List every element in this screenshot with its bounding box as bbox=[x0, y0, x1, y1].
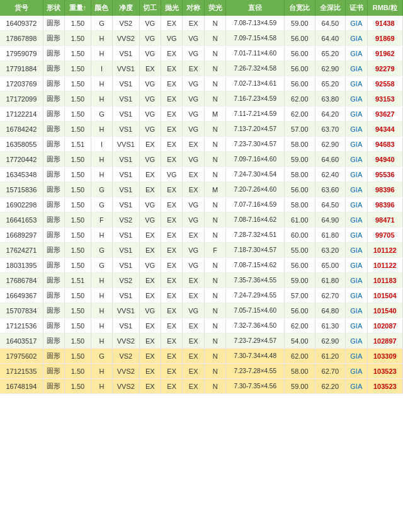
cell-polish: EX bbox=[161, 228, 182, 243]
col-diameter: 直径 bbox=[226, 0, 285, 16]
cell-shape: 圆形 bbox=[43, 258, 64, 273]
cell-cert: GIA bbox=[346, 258, 367, 273]
cell-shape: 圆形 bbox=[43, 379, 64, 394]
cell-shape: 圆形 bbox=[43, 303, 64, 318]
cell-polish: EX bbox=[161, 243, 182, 258]
cell-table: 56.00 bbox=[285, 76, 315, 91]
cell-shape: 圆形 bbox=[43, 16, 64, 31]
cell-cut: VG bbox=[139, 76, 161, 91]
cell-diameter: 7.20-7.26×4.60 bbox=[226, 182, 285, 197]
cell-table: 58.00 bbox=[285, 167, 315, 182]
cell-polish: VG bbox=[161, 31, 182, 46]
table-row: 16641653圆形1.50FVS2VGEXVGN7.08-7.16×4.626… bbox=[0, 212, 403, 228]
cell-polish: EX bbox=[161, 303, 182, 318]
cell-id: 16345348 bbox=[0, 167, 43, 182]
col-clarity: 净度 bbox=[113, 0, 139, 16]
cell-polish: EX bbox=[161, 212, 182, 228]
cell-shape: 圆形 bbox=[43, 91, 64, 107]
cell-clarity: VS1 bbox=[113, 318, 139, 333]
cell-weight: 1.51 bbox=[65, 273, 91, 288]
cell-fluor: N bbox=[204, 197, 225, 212]
cell-fluor: N bbox=[204, 303, 225, 318]
cell-fluor: N bbox=[204, 364, 225, 379]
cell-sym: EX bbox=[183, 333, 204, 349]
cell-price: 91962 bbox=[367, 46, 402, 61]
col-table: 台宽比 bbox=[285, 0, 315, 16]
cell-price: 98396 bbox=[367, 197, 402, 212]
cell-shape: 圆形 bbox=[43, 212, 64, 228]
cell-table: 61.00 bbox=[285, 212, 315, 228]
cell-polish: EX bbox=[161, 333, 182, 349]
col-depth: 全深比 bbox=[315, 0, 346, 16]
cell-fluor: N bbox=[204, 349, 225, 364]
cell-shape: 圆形 bbox=[43, 61, 64, 76]
table-row: 16403517圆形1.50HVVS2EXEXEXN7.23-7.29×4.57… bbox=[0, 333, 403, 349]
cell-price: 103309 bbox=[367, 349, 402, 364]
table-row: 16784242圆形1.50HVS1VGEXVGN7.13-7.20×4.575… bbox=[0, 122, 403, 137]
cell-color: G bbox=[91, 349, 112, 364]
col-weight: 重量↑ bbox=[65, 0, 91, 16]
cell-depth: 61.80 bbox=[315, 228, 346, 243]
cell-weight: 1.51 bbox=[65, 137, 91, 152]
cell-color: H bbox=[91, 379, 112, 394]
cell-depth: 62.70 bbox=[315, 364, 346, 379]
cell-clarity: VVS1 bbox=[113, 303, 139, 318]
cell-table: 56.00 bbox=[285, 31, 315, 46]
cell-id: 16649367 bbox=[0, 288, 43, 303]
cell-weight: 1.50 bbox=[65, 288, 91, 303]
cell-sym: VG bbox=[183, 243, 204, 258]
cell-price: 95536 bbox=[367, 167, 402, 182]
table-row: 16345348圆形1.50HVS1EXVGEXN7.24-7.30×4.545… bbox=[0, 167, 403, 182]
cell-depth: 63.60 bbox=[315, 182, 346, 197]
cell-clarity: VS1 bbox=[113, 197, 139, 212]
cell-id: 16689297 bbox=[0, 228, 43, 243]
cell-diameter: 7.08-7.16×4.62 bbox=[226, 212, 285, 228]
cell-cut: EX bbox=[139, 137, 161, 152]
cell-cut: VG bbox=[139, 197, 161, 212]
cell-clarity: VS1 bbox=[113, 182, 139, 197]
cell-color: H bbox=[91, 303, 112, 318]
cell-table: 59.00 bbox=[285, 16, 315, 31]
table-row: 17720442圆形1.50HVS1VGEXVGN7.09-7.16×4.605… bbox=[0, 152, 403, 167]
cell-color: I bbox=[91, 137, 112, 152]
cell-price: 103523 bbox=[367, 379, 402, 394]
cell-id: 15715836 bbox=[0, 182, 43, 197]
cell-depth: 61.30 bbox=[315, 318, 346, 333]
table-row: 17624271圆形1.50GVS1EXEXVGF7.18-7.30×4.575… bbox=[0, 243, 403, 258]
cell-id: 17172099 bbox=[0, 91, 43, 107]
cell-color: G bbox=[91, 258, 112, 273]
cell-price: 102087 bbox=[367, 318, 402, 333]
cell-depth: 63.20 bbox=[315, 243, 346, 258]
cell-price: 92558 bbox=[367, 76, 402, 91]
cell-weight: 1.50 bbox=[65, 46, 91, 61]
cell-cut: VG bbox=[139, 16, 161, 31]
cell-price: 94344 bbox=[367, 122, 402, 137]
cell-weight: 1.50 bbox=[65, 258, 91, 273]
cell-clarity: VS1 bbox=[113, 167, 139, 182]
cell-table: 54.00 bbox=[285, 333, 315, 349]
col-color: 颜色 bbox=[91, 0, 112, 16]
cell-polish: EX bbox=[161, 273, 182, 288]
cell-weight: 1.50 bbox=[65, 349, 91, 364]
cell-fluor: N bbox=[204, 61, 225, 76]
cell-cut: EX bbox=[139, 318, 161, 333]
col-price: RMB/粒 bbox=[367, 0, 402, 16]
cell-id: 17686784 bbox=[0, 273, 43, 288]
cell-weight: 1.50 bbox=[65, 182, 91, 197]
cell-id: 17121536 bbox=[0, 318, 43, 333]
cell-depth: 61.20 bbox=[315, 349, 346, 364]
cell-diameter: 7.09-7.15×4.58 bbox=[226, 31, 285, 46]
cell-weight: 1.50 bbox=[65, 16, 91, 31]
cell-polish: EX bbox=[161, 152, 182, 167]
cell-color: G bbox=[91, 107, 112, 122]
cell-cut: VG bbox=[139, 122, 161, 137]
cell-sym: EX bbox=[183, 379, 204, 394]
diamond-table: 货号 形状 重量↑ 颜色 净度 切工 抛光 对称 荧光 直径 台宽比 全深比 证… bbox=[0, 0, 403, 394]
cell-cert: GIA bbox=[346, 76, 367, 91]
cell-diameter: 7.01-7.11×4.60 bbox=[226, 46, 285, 61]
cell-price: 101122 bbox=[367, 243, 402, 258]
col-cert: 证书 bbox=[346, 0, 367, 16]
cell-fluor: N bbox=[204, 122, 225, 137]
cell-diameter: 7.16-7.23×4.59 bbox=[226, 91, 285, 107]
table-row: 16409372圆形1.50GVS2VGEXEXN7.08-7.13×4.595… bbox=[0, 16, 403, 31]
